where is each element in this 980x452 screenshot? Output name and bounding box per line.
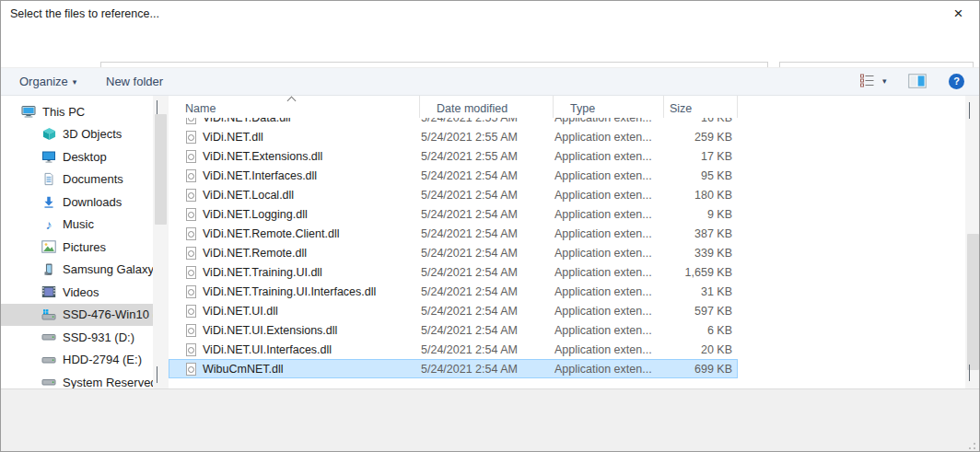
table-row[interactable]: ViDi.NET.Training.UI.Interfaces.dll 5/24… [169,282,738,301]
list-view-icon [859,73,875,88]
table-row[interactable]: ViDi.NET.Remote.Client.dll 5/24/2021 2:5… [169,224,738,243]
table-row[interactable]: ViDi.NET.Local.dll 5/24/2021 2:54 AM App… [169,185,738,204]
sidebar-item-label: SSD-931 (D:) [63,330,134,344]
sidebar-item-documents[interactable]: Documents [1,168,153,191]
sidebar-item-label: Documents [63,172,123,186]
list-header: Name Date modified Type Size [169,96,965,118]
scroll-down-icon[interactable] [157,366,158,383]
sidebar-item-videos[interactable]: Videos [1,281,153,304]
scroll-up-icon[interactable] [969,103,970,120]
table-row[interactable]: ViDi.NET.Remote.dll 5/24/2021 2:54 AM Ap… [169,243,738,262]
sidebar-item-label: Videos [63,285,99,299]
view-mode-button[interactable]: ▾ [859,73,887,88]
sidebar-item-label: Music [63,217,94,231]
table-row[interactable]: ViDi.NET.Extensions.dll 5/24/2021 2:55 A… [169,146,738,166]
sidebar-item-3d-objects[interactable]: 3D Objects [1,123,153,146]
list-scrollbar[interactable] [965,96,980,388]
file-name: ViDi.NET.Interfaces.dll [203,169,317,182]
sidebar-scrollbar[interactable] [153,96,169,388]
sidebar-item-label: Pictures [63,240,106,254]
sidebar-item-hdd-2794-e[interactable]: HDD-2794 (E:) [1,349,153,372]
resize-grip[interactable] [965,439,976,450]
sidebar-item-label: 3D Objects [63,127,122,141]
column-header-date-modified[interactable]: Date modified [420,96,554,118]
sidebar-scrollbar-thumb[interactable] [155,114,167,225]
organize-label: Organize [19,75,68,88]
list-scrollbar-thumb[interactable] [967,234,979,370]
table-row-selected[interactable]: WibuCmNET.dll 5/24/2021 2:54 AM Applicat… [169,359,738,378]
file-open-dialog: Select the files to reference... × ← → ↑… [0,0,980,452]
dialog-title: Select the files to reference... [10,7,159,20]
download-arrow-icon [41,194,56,209]
document-icon [41,172,56,187]
navigation-row: ← → ↑ « Program Files › Cognex › VisionP… [1,29,979,67]
file-name: ViDi.NET.Training.UI.dll [203,266,322,279]
computer-icon [21,104,36,119]
file-name: ViDi.NET.Training.UI.Interfaces.dll [203,285,376,298]
file-name: ViDi.NET.UI.Interfaces.dll [203,343,332,356]
dll-file-icon [186,247,196,260]
sidebar-item-ssd-476-win10-c[interactable]: SSD-476-Win10 (C:) [1,304,153,327]
column-header-type[interactable]: Type [554,96,664,118]
sidebar-item-samsung-galaxy-s7[interactable]: Samsung Galaxy S7 [1,259,153,282]
file-name: ViDi.NET.UI.dll [203,305,278,318]
table-row[interactable]: ViDi.NET.Logging.dll 5/24/2021 2:54 AM A… [169,204,738,224]
phone-icon [41,262,56,277]
sidebar-item-label: Samsung Galaxy S7 [63,262,153,276]
drive-icon [41,353,56,367]
sidebar-item-music[interactable]: ♪ Music [1,214,153,237]
dll-file-icon [186,266,196,279]
file-name: ViDi.NET.Local.dll [203,189,294,202]
sidebar-item-this-pc[interactable]: This PC [1,100,153,123]
title-bar: Select the files to reference... × [1,1,979,29]
help-button[interactable]: ? [949,74,964,89]
drive-icon [41,330,56,344]
file-name: ViDi.NET.Remote.Client.dll [203,227,339,240]
sidebar-item-label: This PC [42,105,85,119]
drive-icon [41,375,56,388]
chevron-down-icon: ▾ [73,77,77,87]
sidebar-item-ssd-931-d[interactable]: SSD-931 (D:) [1,326,153,349]
desktop-icon [41,149,56,164]
table-row[interactable]: ViDi.NET.Data.dll 5/24/2021 2:55 AM Appl… [169,118,738,127]
close-button[interactable]: × [938,1,979,29]
sidebar-item-label: Downloads [63,195,122,209]
os-drive-icon [41,307,56,322]
sidebar-item-pictures[interactable]: Pictures [1,236,153,259]
new-folder-button[interactable]: New folder [106,68,163,95]
sidebar-item-label: Desktop [63,150,107,164]
file-name: ViDi.NET.Logging.dll [203,208,308,221]
organize-button[interactable]: Organize ▾ [19,68,76,95]
dll-file-icon [186,305,196,318]
dll-file-icon [186,150,196,163]
sidebar-item-label: System Reserved (F:) [63,376,153,388]
sidebar-item-label: SSD-476-Win10 (C:) [63,307,153,321]
table-row[interactable]: ViDi.NET.UI.Extensions.dll 5/24/2021 2:5… [169,320,738,340]
table-row[interactable]: ViDi.NET.dll 5/24/2021 2:55 AM Applicati… [169,127,738,146]
column-header-size[interactable]: Size [664,96,738,118]
scroll-down-icon[interactable] [969,365,970,381]
dialog-footer: File name: Component Files (*.dll;*.tlb;… [1,388,979,452]
sidebar-item-label: HDD-2794 (E:) [63,353,142,366]
sidebar-item-desktop[interactable]: Desktop [1,145,153,168]
music-note-icon: ♪ [41,217,56,232]
sidebar-item-system-reserved-f[interactable]: System Reserved (F:) [1,371,153,388]
help-icon: ? [953,75,960,87]
preview-pane-button[interactable] [908,74,927,92]
dll-file-icon [186,131,196,144]
dll-file-icon [186,343,196,356]
dll-file-icon [186,208,196,221]
cube-icon [41,127,56,142]
file-rows: ViDi.NET.Data.dll 5/24/2021 2:55 AM Appl… [169,118,738,388]
preview-pane-icon [908,74,927,88]
dll-file-icon [186,363,196,376]
file-name: ViDi.NET.Extensions.dll [203,150,322,163]
table-row[interactable]: ViDi.NET.UI.dll 5/24/2021 2:54 AM Applic… [169,301,738,320]
file-name: ViDi.NET.Data.dll [203,118,291,124]
table-row[interactable]: ViDi.NET.Training.UI.dll 5/24/2021 2:54 … [169,262,738,282]
file-name: WibuCmNET.dll [203,363,284,376]
sidebar-item-downloads[interactable]: Downloads [1,191,153,214]
table-row[interactable]: ViDi.NET.UI.Interfaces.dll 5/24/2021 2:5… [169,340,738,359]
table-row[interactable]: ViDi.NET.Interfaces.dll 5/24/2021 2:54 A… [169,166,738,185]
close-icon: × [954,5,963,22]
